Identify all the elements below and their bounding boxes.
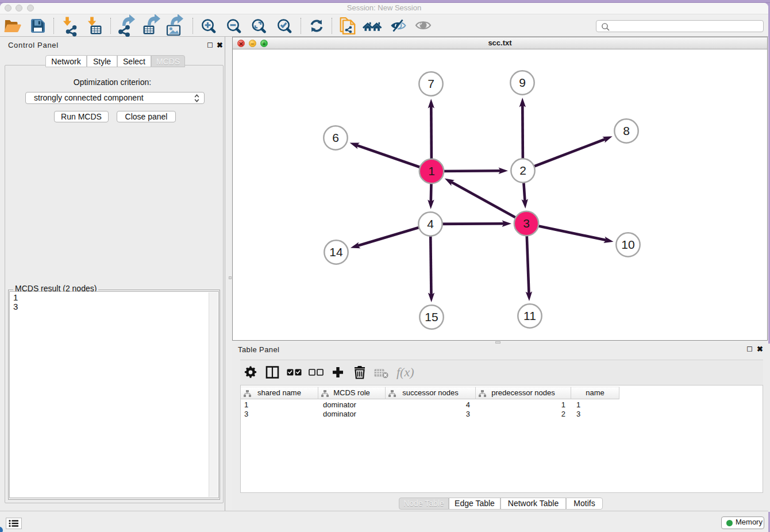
svg-text:11: 11 (523, 309, 536, 322)
svg-text:9: 9 (519, 76, 526, 89)
svg-text:10: 10 (621, 238, 634, 251)
svg-text:4: 4 (427, 217, 434, 230)
svg-text:3: 3 (523, 217, 530, 230)
svg-text:15: 15 (425, 310, 438, 323)
svg-text:8: 8 (623, 124, 630, 137)
svg-text:14: 14 (329, 245, 343, 259)
svg-text:7: 7 (428, 77, 434, 90)
svg-text:2: 2 (519, 164, 526, 177)
svg-text:1: 1 (428, 164, 435, 178)
svg-text:6: 6 (332, 131, 339, 144)
